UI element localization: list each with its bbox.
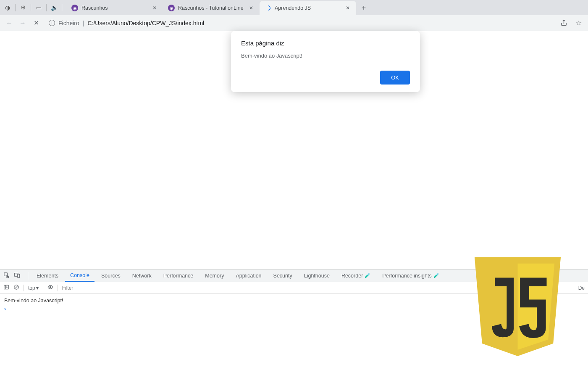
devtools-tab-security[interactable]: Security <box>268 269 297 282</box>
js-alert-dialog: Esta página diz Bem-vindo ao Javascript!… <box>231 31 420 92</box>
address-bar[interactable]: i Ficheiro | C:/Users/Aluno/Desktop/CPW_… <box>44 17 556 29</box>
tab-title: Aprendendo JS <box>275 5 341 11</box>
svg-point-8 <box>50 286 51 288</box>
dropdown-icon: ▾ <box>36 285 39 291</box>
inspect-icon[interactable] <box>3 272 10 280</box>
app-icon-2[interactable]: ❄ <box>20 4 26 11</box>
tab-aprendendo-js[interactable]: Aprendendo JS ✕ <box>260 1 356 15</box>
separator <box>58 285 58 291</box>
separator <box>43 285 43 291</box>
back-button[interactable]: ← <box>3 17 15 29</box>
close-icon[interactable]: ✕ <box>344 5 351 11</box>
new-tab-button[interactable]: + <box>358 2 370 14</box>
star-icon[interactable]: ☆ <box>573 17 585 29</box>
separator <box>15 4 16 11</box>
system-icons: ◑ ❄ ▭ 🔈 <box>2 0 66 15</box>
separator <box>31 4 31 11</box>
clear-console-icon[interactable] <box>13 284 19 291</box>
browser-toolbar: ← → ✕ i Ficheiro | C:/Users/Aluno/Deskto… <box>0 15 588 31</box>
devtools-tab-recorder[interactable]: Recorder🧪 <box>336 269 375 282</box>
stop-button[interactable]: ✕ <box>30 17 42 29</box>
tab-title: Rascunhos - Tutorial onLine <box>178 5 244 11</box>
separator <box>46 4 47 11</box>
svg-line-7 <box>15 286 18 289</box>
device-toggle-icon[interactable] <box>14 272 20 280</box>
separator <box>24 285 24 291</box>
svg-rect-3 <box>18 274 20 277</box>
separator <box>62 4 62 11</box>
url-separator: | <box>83 20 84 26</box>
forward-button[interactable]: → <box>17 17 29 29</box>
alert-ok-button[interactable]: OK <box>380 71 410 85</box>
alert-title: Esta página diz <box>241 40 410 47</box>
url-path: C:/Users/Aluno/Desktop/CPW_JS/index.html <box>87 20 204 26</box>
share-icon[interactable] <box>558 17 570 29</box>
devtools-tab-memory[interactable]: Memory <box>200 269 229 282</box>
devtools-tab-elements[interactable]: Elements <box>32 269 63 282</box>
devtools-tab-network[interactable]: Network <box>127 269 157 282</box>
devtools-tab-lighthouse[interactable]: Lighthouse <box>299 269 335 282</box>
live-expression-icon[interactable] <box>47 284 53 291</box>
app-icon-3[interactable]: ▭ <box>35 4 42 11</box>
speaker-icon[interactable]: 🔈 <box>51 4 58 11</box>
tab-title: Rascunhos <box>81 5 148 11</box>
loading-icon <box>265 5 271 11</box>
tab-rascunhos-tutorial[interactable]: ◉ Rascunhos - Tutorial onLine ✕ <box>163 1 260 15</box>
svg-point-0 <box>266 6 270 11</box>
toggle-sidebar-icon[interactable] <box>3 284 9 291</box>
svg-rect-4 <box>4 285 9 289</box>
alert-message: Bem-vindo ao Javascript! <box>241 53 410 59</box>
app-icon-1[interactable]: ◑ <box>4 4 11 11</box>
tab-strip: ◑ ❄ ▭ 🔈 ◉ Rascunhos ✕ ◉ Rascunhos - Tuto… <box>0 0 588 15</box>
context-label: top <box>28 285 35 291</box>
flask-icon: 🧪 <box>365 273 370 278</box>
close-icon[interactable]: ✕ <box>151 5 158 11</box>
console-right-label: De <box>578 285 585 291</box>
devtools-tab-sources[interactable]: Sources <box>96 269 126 282</box>
separator <box>28 272 28 280</box>
context-selector[interactable]: top ▾ <box>28 285 39 291</box>
url-scheme: Ficheiro <box>58 20 79 26</box>
close-icon[interactable]: ✕ <box>248 5 255 11</box>
devtools-tab-application[interactable]: Application <box>231 269 266 282</box>
favicon-icon: ◉ <box>168 5 175 11</box>
flask-icon: 🧪 <box>433 273 439 278</box>
page-viewport: Esta página diz Bem-vindo ao Javascript!… <box>0 31 588 269</box>
devtools-tab-perf-insights[interactable]: Performance insights🧪 <box>377 269 444 282</box>
devtools-tab-console[interactable]: Console <box>65 269 94 282</box>
javascript-logo <box>468 252 567 366</box>
alert-actions: OK <box>241 71 410 85</box>
info-icon[interactable]: i <box>49 20 55 26</box>
favicon-icon: ◉ <box>71 5 78 11</box>
devtools-tab-performance[interactable]: Performance <box>158 269 199 282</box>
tab-rascunhos[interactable]: ◉ Rascunhos ✕ <box>66 1 163 15</box>
